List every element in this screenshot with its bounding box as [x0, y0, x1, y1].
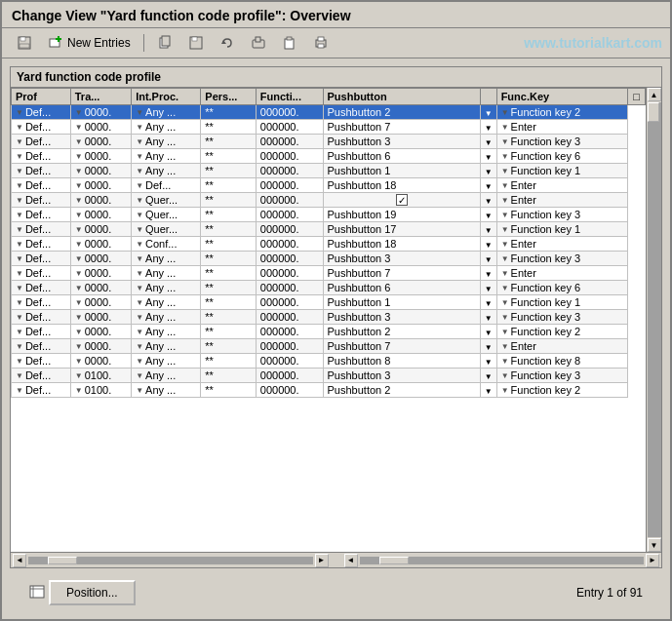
- col-prof: Prof: [12, 89, 71, 105]
- svg-rect-7: [162, 36, 170, 46]
- position-button[interactable]: Position...: [49, 580, 136, 605]
- h-scroll-track2[interactable]: [360, 557, 645, 564]
- h-scroll-thumb[interactable]: [48, 557, 77, 564]
- table-row[interactable]: ▼Def...▼0000.▼Any ...**000000.Pushbutton…: [12, 149, 646, 164]
- table-row[interactable]: ▼Def...▼0000.▼Quer...**000000.Pushbutton…: [12, 222, 646, 237]
- new-entries-button[interactable]: New Entries: [41, 32, 138, 54]
- save-icon: [17, 35, 32, 51]
- table-row[interactable]: ▼Def...▼0000.▼Any ...**000000.Pushbutton…: [12, 325, 646, 339]
- undo-button[interactable]: [213, 32, 242, 54]
- new-entries-label: New Entries: [67, 36, 131, 50]
- col-pushbutton: Pushbutton: [323, 89, 480, 105]
- table-row[interactable]: ▼Def...▼0000.▼Def...**000000.Pushbutton …: [12, 178, 646, 193]
- scroll-up-btn[interactable]: ▲: [648, 88, 661, 101]
- watermark: www.tutorialkart.com: [524, 35, 662, 51]
- page-title: Change View "Yard function code profile"…: [12, 8, 660, 23]
- save2-icon: [188, 35, 204, 51]
- table-row[interactable]: ▼Def...▼0000.▼Quer...**000000.Pushbutton…: [12, 208, 646, 222]
- copy-icon: [157, 35, 173, 51]
- table-header-row: Prof Tra... Int.Proc. Pers... Functi... …: [12, 89, 646, 105]
- print-button[interactable]: [306, 32, 336, 54]
- table-row[interactable]: ▼Def...▼0000.▼Conf...**000000.Pushbutton…: [12, 237, 646, 252]
- col-intproc: Int.Proc.: [132, 89, 201, 105]
- col-pers: Pers...: [201, 89, 256, 105]
- svg-rect-14: [287, 37, 292, 40]
- scroll-right2-btn[interactable]: ►: [646, 554, 659, 567]
- table-row[interactable]: ▼Def...▼0000.▼Any ...**000000.Pushbutton…: [12, 281, 646, 295]
- bottom-bar: Position... Entry 1 of 91: [10, 574, 662, 611]
- table-row[interactable]: ▼Def...▼0100.▼Any ...**000000.Pushbutton…: [12, 369, 646, 383]
- copy-button[interactable]: [150, 32, 179, 54]
- col-empty: [480, 89, 496, 105]
- title-bar: Change View "Yard function code profile"…: [2, 2, 670, 28]
- scroll-track[interactable]: [648, 102, 661, 537]
- svg-rect-2: [20, 44, 29, 48]
- table-wrapper[interactable]: Prof Tra... Int.Proc. Pers... Functi... …: [11, 88, 646, 552]
- h-scroll-thumb2[interactable]: [379, 557, 409, 564]
- svg-rect-1: [20, 37, 25, 41]
- table-row[interactable]: ▼Def...▼0000.▼Any ...**000000.Pushbutton…: [12, 164, 646, 178]
- table-row[interactable]: ▼Def...▼0100.▼Any ...**000000.Pushbutton…: [12, 383, 646, 398]
- scroll-down-btn[interactable]: ▼: [648, 538, 661, 552]
- svg-rect-17: [318, 37, 324, 41]
- position-label: Position...: [66, 586, 118, 600]
- separator-1: [143, 34, 144, 52]
- scroll-right-btn[interactable]: ►: [315, 554, 329, 567]
- svg-rect-16: [318, 44, 324, 48]
- table-row[interactable]: ▼Def...▼0000.▼Any ...**000000.Pushbutton…: [12, 135, 646, 149]
- table-row[interactable]: ▼Def...▼0000.▼Any ...**000000.Pushbutton…: [12, 105, 646, 120]
- table-container: Yard function code profile Prof Tra... I…: [10, 66, 662, 568]
- paste-button[interactable]: [275, 32, 304, 54]
- table-row[interactable]: ▼Def...▼0000.▼Any ...**000000.Pushbutton…: [12, 295, 646, 310]
- save2-button[interactable]: [181, 32, 211, 54]
- table-row[interactable]: ▼Def...▼0000.▼Any ...**000000.Pushbutton…: [12, 339, 646, 354]
- table-row[interactable]: ▼Def...▼0000.▼Any ...**000000.Pushbutton…: [12, 266, 646, 281]
- table-row[interactable]: ▼Def...▼0000.▼Any ...**000000.Pushbutton…: [12, 252, 646, 266]
- undo-icon: [219, 35, 235, 51]
- col-icon[interactable]: □: [628, 89, 646, 105]
- new-entries-icon: [48, 35, 63, 51]
- content-area: Yard function code profile Prof Tra... I…: [2, 58, 670, 619]
- print-icon: [313, 35, 329, 51]
- scroll-left2-btn[interactable]: ◄: [344, 554, 358, 567]
- redo-button[interactable]: [244, 32, 273, 54]
- redo-icon: [251, 35, 266, 51]
- toolbar: New Entries: [2, 28, 670, 58]
- col-funckey: Func.Key: [496, 89, 627, 105]
- position-icon: [29, 584, 45, 602]
- horizontal-scrollbar[interactable]: ◄ ► ◄ ►: [11, 552, 661, 567]
- paste-icon: [282, 35, 297, 51]
- svg-rect-12: [256, 37, 260, 42]
- svg-rect-18: [30, 586, 44, 598]
- scroll-thumb[interactable]: [648, 102, 659, 122]
- vertical-scrollbar[interactable]: ▲ ▼: [646, 88, 661, 552]
- table-row[interactable]: ▼Def...▼0000.▼Quer...**000000.✓▼▼Enter: [12, 193, 646, 208]
- table-label: Yard function code profile: [11, 67, 661, 88]
- col-tra: Tra...: [70, 89, 131, 105]
- table-row[interactable]: ▼Def...▼0000.▼Any ...**000000.Pushbutton…: [12, 354, 646, 369]
- col-functi: Functi...: [256, 89, 323, 105]
- table-row[interactable]: ▼Def...▼0000.▼Any ...**000000.Pushbutton…: [12, 120, 646, 135]
- entry-info: Entry 1 of 91: [576, 586, 643, 600]
- scroll-left-btn[interactable]: ◄: [13, 554, 26, 567]
- svg-rect-13: [285, 39, 294, 49]
- table-row[interactable]: ▼Def...▼0000.▼Any ...**000000.Pushbutton…: [12, 310, 646, 325]
- data-table: Prof Tra... Int.Proc. Pers... Functi... …: [11, 88, 646, 398]
- svg-rect-9: [192, 37, 197, 41]
- h-scroll-track[interactable]: [28, 557, 313, 564]
- save-button[interactable]: [10, 32, 39, 54]
